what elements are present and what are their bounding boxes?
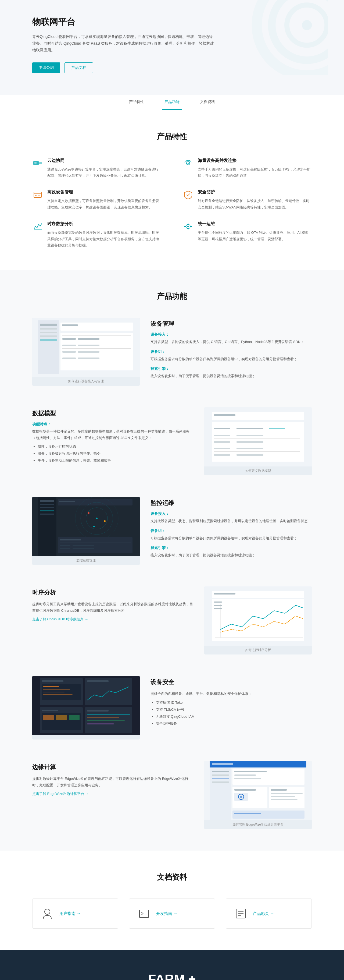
apply-button[interactable]: 申请公测	[32, 62, 60, 73]
doc-user-guide[interactable]: 用户指南 →	[32, 899, 118, 929]
doc-product-news-label: 产品彩页 →	[253, 911, 274, 916]
svg-rect-142	[140, 910, 149, 918]
function-timeseries: 如何进行时序分析 时序分析 提供时序分析工具来帮助用户查看设备上报的历史数据，以…	[32, 586, 312, 654]
svg-rect-114	[87, 717, 119, 718]
function-device-mgmt-img: 如何进行设备接入与管理	[32, 318, 140, 386]
svg-rect-84	[60, 548, 70, 549]
feature-device-mgmt-desc: 支持自定义数据模型，可设备按照批量控制，开放供类重要的设备注册管理功能、集成家安…	[47, 198, 161, 210]
svg-rect-81	[60, 542, 131, 543]
svg-rect-58	[214, 448, 230, 449]
function-device-mgmt-row: 如何进行设备接入与管理 设备管理 设备接入： 支持多类型、多协议的设备接入，提供…	[32, 318, 312, 386]
function-tag-search: 搜索引擎：	[151, 366, 312, 371]
feature-timeseries-content: 时序数据分析 面向设备频率宽泛的数量时序数据，提供时序数据库、时序流编辑、时序采…	[47, 221, 161, 248]
monitor-screen	[32, 497, 140, 556]
function-timeseries-intro: 提供时序分析工具来帮助用户查看设备上报的历史数据，以此来分析设备数据的多维度对比…	[32, 601, 193, 614]
feature-timeseries-title: 时序数据分析	[47, 221, 161, 227]
function-data-model-content: 数据模型 功能特点： 数据模型是一种软件定义的、多维度的数据模型抽象，是对设备在…	[32, 407, 193, 466]
svg-point-3	[302, 20, 312, 30]
list-item-tls: 支持 TLS/CA 证书	[156, 706, 312, 713]
feature-device-mgmt: 高效设备管理 支持自定义数据模型，可设备按照批量控制，开放供类重要的设备注册管理…	[32, 189, 161, 210]
doc-dev-guide-link[interactable]: 开发指南 →	[156, 911, 178, 916]
svg-rect-62	[236, 454, 263, 456]
features-section: 产品特性 云边协同 通过 EdgeWize® 边接计算平台，实现深度整合，云建可…	[0, 110, 344, 270]
function-tag-group: 设备组：	[151, 350, 312, 354]
time-series-icon	[32, 221, 43, 232]
svg-rect-140	[235, 813, 261, 814]
function-security-row: 设备安全 提供全面的面相设备、通讯、平台、数据和隐私的安全保护体系： 支持所谓 …	[32, 676, 312, 740]
function-edge-intro: 提供对边缘计算平台 EdgeWize® 的管理与配置功能，可以管理运行在边缘设备…	[32, 776, 193, 788]
feature-unified-ops-desc: 平台提供不同粒度的运维能力，如 OTA 升级、边缘业务、应用、AI 模型等更新，…	[198, 229, 312, 242]
svg-rect-137	[271, 796, 295, 797]
data-model-caption: 如何定义数据模型	[245, 466, 271, 475]
svg-point-77	[104, 520, 106, 522]
function-security-list: 支持所谓 ID Token 支持 TLS/CA 证书 无缝对接 QingClou…	[156, 699, 312, 727]
svg-rect-102	[43, 694, 73, 695]
function-edge-link[interactable]: 点击了解 EdgeWize® 边计算平台 →	[32, 791, 89, 796]
svg-rect-44	[212, 412, 304, 420]
security-screen	[32, 676, 140, 735]
svg-rect-52	[214, 435, 230, 436]
function-timeseries-imgbox: 如何进行时序分析	[204, 586, 312, 654]
svg-rect-45	[214, 414, 235, 416]
tab-functions[interactable]: 产品功能	[162, 95, 182, 110]
feature-cloud-edge-title: 云边协同	[47, 158, 161, 164]
svg-rect-110	[87, 680, 109, 682]
doc-product-news[interactable]: 产品彩页 →	[226, 899, 312, 929]
svg-line-143	[141, 912, 143, 913]
hero-bg-wifi-icon	[226, 0, 328, 75]
tab-docs[interactable]: 文档资料	[198, 95, 217, 110]
svg-rect-42	[78, 358, 100, 359]
function-tag-access-content: 支持多类型、多协议的设备接入，提供 C 语言、Go 语言、Python、Node…	[151, 339, 312, 345]
product-news-icon	[234, 907, 247, 920]
function-monitor-tag2-content: 可根据业务需求将分散的单个设备归类到所属的设备组中，实现对设备的分组分批管理和查…	[151, 535, 312, 541]
svg-rect-115	[87, 720, 125, 721]
function-edge-title: 边缘计算	[32, 763, 193, 771]
doc-dev-guide[interactable]: 开发指南 →	[129, 899, 215, 929]
docs-button[interactable]: 产品文档	[65, 62, 93, 73]
doc-user-guide-link[interactable]: 用户指南 →	[59, 911, 81, 916]
svg-rect-121	[212, 771, 229, 772]
function-timeseries-title: 时序分析	[32, 589, 193, 597]
function-security-intro: 提供全面的面相设备、通讯、平台、数据和隐私的安全保护体系：	[151, 690, 312, 697]
feature-device-mgmt-title: 高效设备管理	[47, 189, 161, 195]
dev-guide-icon	[137, 907, 151, 920]
list-item-event: 事件：设备主动上报的信息，告警、故障和知等	[38, 457, 193, 464]
function-timeseries-row: 如何进行时序分析 时序分析 提供时序分析工具来帮助用户查看设备上报的历史数据，以…	[32, 586, 312, 654]
svg-point-16	[187, 226, 189, 228]
device-manage-icon	[32, 189, 43, 200]
function-data-model: 如何定义数据模型 数据模型 功能特点： 数据模型是一种软件定义的、多维度的数据模…	[32, 407, 312, 475]
function-monitor-tag3: 搜索引擎：	[151, 546, 312, 550]
svg-line-144	[141, 913, 143, 915]
function-security-title: 设备安全	[151, 678, 312, 686]
svg-rect-38	[62, 351, 76, 353]
function-timeseries-link[interactable]: 点击了解 ChrunusDB 时序数据库 →	[32, 617, 88, 622]
svg-rect-116	[87, 723, 114, 724]
svg-rect-25	[40, 332, 57, 333]
svg-rect-48	[214, 428, 230, 430]
svg-rect-101	[43, 692, 65, 692]
function-security-imgbox	[32, 676, 140, 740]
function-security-content: 设备安全 提供全面的面相设备、通讯、平台、数据和隐私的安全保护体系： 支持所谓 …	[151, 676, 312, 729]
function-data-model-tag: 功能特点：	[32, 422, 193, 426]
docs-grid: 用户指南 → 开发指南 →	[32, 899, 312, 929]
function-monitor-content: 监控运维 设备接入： 支持按设备类型、状态、告警级别粒度搜索过滤设备，并可以定位…	[151, 497, 312, 558]
tab-features[interactable]: 产品特性	[127, 95, 146, 110]
feature-unified-ops-content: 统一运维 平台提供不同粒度的运维能力，如 OTA 升级、边缘业务、应用、AI 模…	[198, 221, 312, 242]
security-icon	[183, 189, 193, 200]
svg-rect-10	[34, 192, 41, 197]
svg-rect-82	[60, 545, 70, 546]
function-tag-search-content: 接入设备较多时，为了便于管理，提供设备灵活的搜索和过滤功能；	[151, 373, 312, 379]
functions-section: 产品功能	[0, 270, 344, 851]
feature-device-mgmt-content: 高效设备管理 支持自定义数据模型，可设备按照批量控制，开放供类重要的设备注册管理…	[47, 189, 161, 210]
function-data-model-title: 数据模型	[32, 409, 193, 417]
features-grid: 云边协同 通过 EdgeWize® 边接计算平台，实现深度整合，云建可对边缘设备…	[32, 158, 312, 248]
svg-rect-49	[236, 428, 263, 430]
doc-product-news-link[interactable]: 产品彩页 →	[253, 911, 274, 916]
function-data-model-imgbox: 如何定义数据模型	[204, 407, 312, 475]
farm-title: FARM +	[32, 972, 312, 980]
feature-unified-ops: 统一运维 平台提供不同粒度的运维能力，如 OTA 升级、边缘业务、应用、AI 模…	[183, 221, 312, 248]
feature-cloud-edge: 云边协同 通过 EdgeWize® 边接计算平台，实现深度整合，云建可对边缘设备…	[32, 158, 161, 179]
feature-security-title: 安全防护	[198, 189, 312, 195]
svg-point-78	[93, 526, 95, 527]
function-data-model-img: 如何定义数据模型	[204, 407, 312, 475]
